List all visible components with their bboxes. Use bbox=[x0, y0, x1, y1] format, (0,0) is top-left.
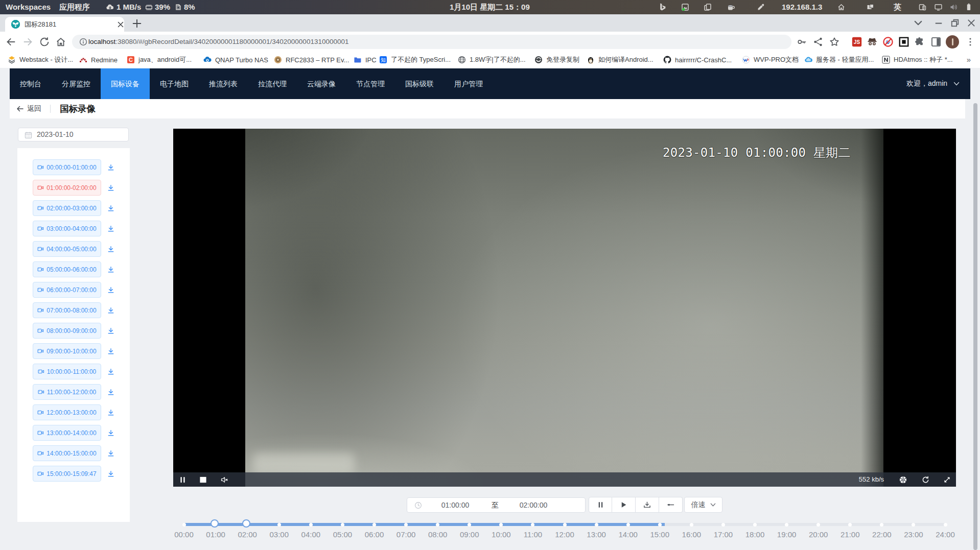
record-download-icon[interactable] bbox=[107, 266, 114, 273]
record-time-button[interactable]: 13:00:00-14:00:00 bbox=[33, 425, 101, 441]
window-minimize-button[interactable] bbox=[934, 18, 944, 28]
extension-js-icon[interactable] bbox=[851, 36, 862, 47]
password-key-icon[interactable] bbox=[796, 36, 807, 47]
site-info-icon[interactable] bbox=[79, 37, 88, 46]
nav-item[interactable]: 推流列表 bbox=[199, 68, 248, 99]
record-download-icon[interactable] bbox=[107, 389, 114, 396]
nav-item[interactable]: 拉流代理 bbox=[248, 68, 297, 99]
record-time-button[interactable]: 10:00:00-11:00:00 bbox=[33, 364, 101, 379]
bookmark-item[interactable]: 免登录复制 bbox=[534, 52, 579, 68]
extension-incognito-icon[interactable] bbox=[867, 36, 878, 47]
record-download-icon[interactable] bbox=[107, 450, 114, 457]
record-time-button[interactable]: 09:00:00-10:00:00 bbox=[33, 343, 101, 359]
end-time-value[interactable]: 02:00:00 bbox=[503, 498, 564, 512]
record-time-button[interactable]: 15:00:00-15:09:47 bbox=[33, 466, 101, 482]
nav-item[interactable]: 国标设备 bbox=[101, 68, 150, 99]
address-bar[interactable]: localhost:38080/#/gbRecordDetail/3402000… bbox=[72, 35, 791, 49]
tab-close-icon[interactable] bbox=[116, 20, 125, 29]
bookmark-item[interactable]: 服务器 - 轻量应用... bbox=[804, 52, 874, 68]
extensions-puzzle-icon[interactable] bbox=[914, 36, 925, 47]
play-button[interactable] bbox=[612, 497, 636, 513]
browser-menu-kebab-icon[interactable] bbox=[965, 36, 976, 47]
record-download-icon[interactable] bbox=[107, 348, 114, 355]
record-time-button[interactable]: 04:00:00-05:00:00 bbox=[33, 241, 101, 257]
workspaces-button[interactable]: Workspaces bbox=[6, 0, 51, 14]
bookmark-item[interactable]: Webstack - 设计... bbox=[8, 52, 73, 68]
bookmark-item[interactable]: WVP-PRO文档 bbox=[742, 52, 799, 68]
browser-tab[interactable]: 国标28181 bbox=[5, 17, 124, 32]
player-pause-icon[interactable] bbox=[179, 476, 186, 484]
record-download-icon[interactable] bbox=[107, 409, 114, 416]
nav-item[interactable]: 电子地图 bbox=[150, 68, 199, 99]
start-time-value[interactable]: 01:00:00 bbox=[425, 498, 486, 512]
browser-home-icon[interactable] bbox=[55, 36, 66, 47]
extension-blocker-icon[interactable] bbox=[882, 36, 894, 47]
pause-button[interactable] bbox=[589, 497, 612, 513]
record-download-icon[interactable] bbox=[107, 286, 114, 294]
record-time-button[interactable]: 00:00:00-01:00:00 bbox=[33, 159, 101, 175]
bookmark-item[interactable]: 了不起的 TypeScri... bbox=[379, 52, 451, 68]
bookmark-item[interactable]: Redmine bbox=[79, 52, 118, 68]
nav-item[interactable]: 节点管理 bbox=[346, 68, 395, 99]
record-time-button[interactable]: 01:00:00-02:00:00 bbox=[33, 180, 101, 196]
nav-item[interactable]: 云端录像 bbox=[297, 68, 346, 99]
nav-item[interactable]: 控制台 bbox=[10, 68, 52, 99]
timeline-handle[interactable] bbox=[211, 519, 219, 528]
browser-back-icon[interactable] bbox=[5, 36, 16, 47]
playback-speed-button[interactable]: 倍速 bbox=[684, 497, 722, 513]
window-restore-button[interactable] bbox=[950, 18, 960, 28]
share-icon[interactable] bbox=[812, 36, 824, 47]
page-scrollbar-thumb[interactable] bbox=[973, 103, 977, 550]
bookmark-item[interactable]: QNAP Turbo NAS bbox=[203, 52, 268, 68]
seek-marker-button[interactable] bbox=[659, 497, 683, 513]
record-download-icon[interactable] bbox=[107, 470, 114, 477]
bookmark-item[interactable]: 1.8W字|了不起的... bbox=[458, 52, 526, 68]
browser-forward-icon[interactable] bbox=[22, 36, 34, 47]
player-fullscreen-icon[interactable] bbox=[943, 476, 951, 484]
clock[interactable]: 1月10日 星期二 15：09 bbox=[450, 0, 530, 14]
extension-dark-square-icon[interactable] bbox=[898, 36, 909, 47]
bookmark-item[interactable]: hairrrrr/C-CrashC... bbox=[663, 52, 732, 68]
bookmark-item[interactable]: 如何编译Android... bbox=[587, 52, 654, 68]
record-time-button[interactable]: 08:00:00-09:00:00 bbox=[33, 323, 101, 339]
record-time-button[interactable]: 12:00:00-13:00:00 bbox=[33, 404, 101, 420]
input-method-indicator[interactable]: 英 bbox=[894, 0, 901, 14]
browser-reload-icon[interactable] bbox=[39, 36, 50, 47]
record-download-icon[interactable] bbox=[107, 205, 114, 212]
timeline-slider[interactable]: 00:00 01:00 02:00 03:00 04:00 05:00 06:0… bbox=[184, 520, 945, 550]
tab-search-chevron-icon[interactable] bbox=[913, 18, 923, 28]
record-download-icon[interactable] bbox=[107, 429, 114, 437]
new-tab-button[interactable] bbox=[132, 19, 142, 28]
window-close-button[interactable] bbox=[966, 18, 976, 28]
profile-avatar[interactable] bbox=[946, 35, 959, 49]
user-menu[interactable]: 欢迎，admin bbox=[906, 68, 960, 99]
date-picker-input[interactable]: 2023-01-10 bbox=[18, 128, 129, 141]
player-mute-icon[interactable] bbox=[221, 476, 228, 484]
back-button[interactable]: 返回 bbox=[16, 99, 41, 118]
snapshot-shutter-icon[interactable] bbox=[899, 476, 907, 484]
record-time-button[interactable]: 05:00:00-06:00:00 bbox=[33, 261, 101, 277]
record-time-button[interactable]: 11:00:00-12:00:00 bbox=[33, 384, 101, 400]
record-download-icon[interactable] bbox=[107, 164, 114, 171]
ip-address[interactable]: 192.168.1.3 bbox=[782, 0, 822, 14]
applications-button[interactable]: 应用程序 bbox=[59, 0, 90, 14]
time-range-picker[interactable]: 01:00:00 至 02:00:00 bbox=[407, 497, 586, 513]
nav-item[interactable]: 用户管理 bbox=[444, 68, 493, 99]
record-download-icon[interactable] bbox=[107, 327, 114, 334]
record-download-icon[interactable] bbox=[107, 368, 114, 375]
timeline-handle[interactable] bbox=[242, 519, 250, 528]
bookmark-item[interactable]: java、android可... bbox=[127, 52, 192, 68]
bookmark-star-icon[interactable] bbox=[829, 36, 840, 47]
record-time-button[interactable]: 02:00:00-03:00:00 bbox=[33, 200, 101, 216]
nav-item[interactable]: 国标级联 bbox=[395, 68, 444, 99]
record-time-button[interactable]: 06:00:00-07:00:00 bbox=[33, 282, 101, 298]
player-stop-icon[interactable] bbox=[199, 476, 207, 484]
extension-split-square-icon[interactable] bbox=[930, 36, 942, 47]
record-download-icon[interactable] bbox=[107, 225, 114, 232]
record-download-icon[interactable] bbox=[107, 184, 114, 192]
bookmark-item[interactable]: HDAtmos :: 种子 *... bbox=[882, 52, 953, 68]
record-time-button[interactable]: 07:00:00-08:00:00 bbox=[33, 302, 101, 318]
bookmark-item[interactable]: IPC bbox=[354, 52, 377, 68]
record-time-button[interactable]: 14:00:00-15:00:00 bbox=[33, 445, 101, 461]
record-download-icon[interactable] bbox=[107, 307, 114, 314]
